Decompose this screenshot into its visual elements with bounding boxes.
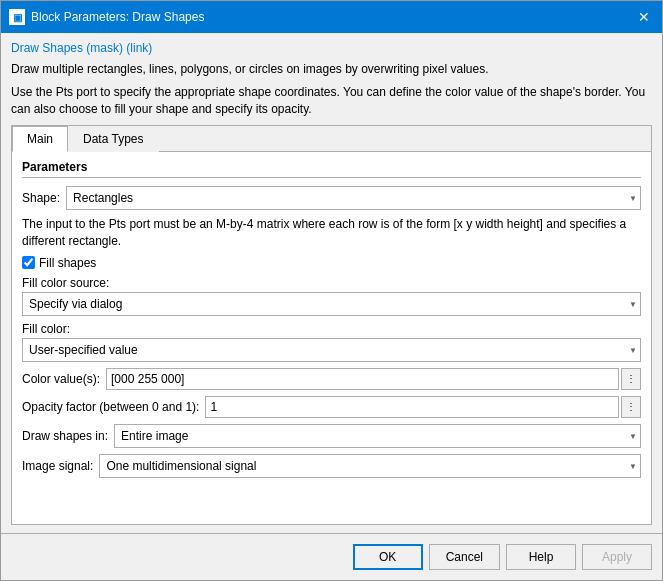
- opacity-label: Opacity factor (between 0 and 1):: [22, 400, 199, 414]
- image-signal-wrapper: One multidimensional signal Separate col…: [99, 454, 641, 478]
- image-signal-row: Image signal: One multidimensional signa…: [22, 454, 641, 478]
- color-values-input[interactable]: [106, 368, 619, 390]
- opacity-input-group: ⋮: [205, 396, 641, 418]
- shape-info: The input to the Pts port must be an M-b…: [22, 216, 641, 250]
- tabs-container: Main Data Types Parameters Shape: Rectan…: [11, 125, 652, 525]
- tab-content-main: Parameters Shape: Rectangles Lines Polyg…: [12, 152, 651, 524]
- mask-link-text[interactable]: Draw Shapes (mask) (link): [11, 41, 152, 55]
- apply-button[interactable]: Apply: [582, 544, 652, 570]
- image-signal-label: Image signal:: [22, 459, 93, 473]
- image-signal-select[interactable]: One multidimensional signal Separate col…: [99, 454, 641, 478]
- mask-link[interactable]: Draw Shapes (mask) (link): [11, 41, 652, 55]
- title-bar: ▣ Block Parameters: Draw Shapes ✕: [1, 1, 662, 33]
- help-button[interactable]: Help: [506, 544, 576, 570]
- draw-shapes-label: Draw shapes in:: [22, 429, 108, 443]
- opacity-input[interactable]: [205, 396, 619, 418]
- fill-color-row: Fill color: User-specified value Black W…: [22, 322, 641, 362]
- draw-shapes-row: Draw shapes in: Entire image ROI ▼: [22, 424, 641, 448]
- title-bar-left: ▣ Block Parameters: Draw Shapes: [9, 9, 204, 25]
- cancel-button[interactable]: Cancel: [429, 544, 500, 570]
- fill-shapes-row: Fill shapes: [22, 256, 641, 270]
- fill-color-source-label: Fill color source:: [22, 276, 635, 290]
- tabs-header: Main Data Types: [12, 126, 651, 152]
- opacity-ellipsis-button[interactable]: ⋮: [621, 396, 641, 418]
- color-values-label: Color value(s):: [22, 372, 100, 386]
- bottom-bar: OK Cancel Help Apply: [1, 533, 662, 580]
- content-area: Draw Shapes (mask) (link) Draw multiple …: [1, 33, 662, 533]
- main-window: ▣ Block Parameters: Draw Shapes ✕ Draw S…: [0, 0, 663, 581]
- shape-label: Shape:: [22, 191, 60, 205]
- draw-shapes-select[interactable]: Entire image ROI: [114, 424, 641, 448]
- fill-shapes-checkbox[interactable]: [22, 256, 35, 269]
- fill-color-label: Fill color:: [22, 322, 635, 336]
- fill-color-source-row: Fill color source: Specify via dialog In…: [22, 276, 641, 316]
- fill-color-source-wrapper: Specify via dialog Input port ▼: [22, 292, 641, 316]
- window-icon: ▣: [9, 9, 25, 25]
- section-parameters: Parameters: [22, 160, 641, 178]
- fill-color-select[interactable]: User-specified value Black White: [22, 338, 641, 362]
- color-values-row: Color value(s): ⋮: [22, 368, 641, 390]
- window-title: Block Parameters: Draw Shapes: [31, 10, 204, 24]
- description2: Use the Pts port to specify the appropri…: [11, 84, 652, 118]
- ok-button[interactable]: OK: [353, 544, 423, 570]
- tab-data-types[interactable]: Data Types: [68, 126, 158, 152]
- fill-shapes-label: Fill shapes: [39, 256, 96, 270]
- tab-main[interactable]: Main: [12, 126, 68, 152]
- fill-color-source-select[interactable]: Specify via dialog Input port: [22, 292, 641, 316]
- shape-row: Shape: Rectangles Lines Polygons Circles…: [22, 186, 641, 210]
- description1: Draw multiple rectangles, lines, polygon…: [11, 61, 652, 78]
- fill-color-wrapper: User-specified value Black White ▼: [22, 338, 641, 362]
- color-values-ellipsis-button[interactable]: ⋮: [621, 368, 641, 390]
- color-values-input-group: ⋮: [106, 368, 641, 390]
- shape-select[interactable]: Rectangles Lines Polygons Circles: [66, 186, 641, 210]
- opacity-row: Opacity factor (between 0 and 1): ⋮: [22, 396, 641, 418]
- close-button[interactable]: ✕: [634, 7, 654, 27]
- draw-shapes-wrapper: Entire image ROI ▼: [114, 424, 641, 448]
- shape-select-wrapper: Rectangles Lines Polygons Circles ▼: [66, 186, 641, 210]
